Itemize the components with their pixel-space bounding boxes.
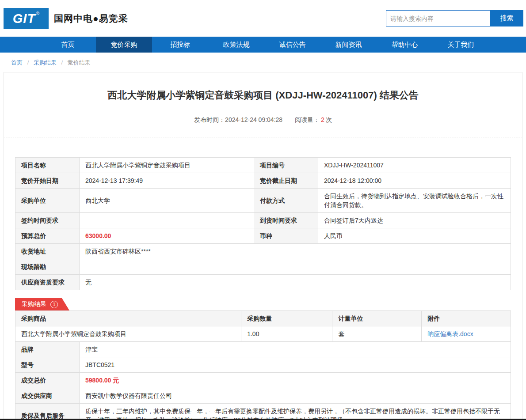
site-name: 国网中电●易竞采	[54, 12, 128, 25]
field-label: 供应商资质要求	[15, 275, 80, 290]
field-label: 付款方式	[254, 189, 318, 213]
search-button[interactable]: 搜索	[490, 10, 523, 26]
table-header-row: 采购商品 采购数量 计量单位 附件	[15, 311, 511, 326]
content-panel: 西北大学附属小学紫铜定音鼓采购项目 (XDJJ-HW-202411007) 结果…	[4, 72, 522, 420]
page-title: 西北大学附属小学紫铜定音鼓采购项目 (XDJJ-HW-202411007) 结果…	[17, 89, 509, 102]
breadcrumb-home[interactable]: 首页	[11, 59, 23, 66]
table-row: 品牌 津宝	[15, 342, 511, 357]
table-row: 竞价开始日期 2024-12-13 17:39:49 竞价截止日期 2024-1…	[15, 173, 511, 189]
field-value: 2024-12-18 12:00:00	[318, 173, 511, 189]
nav-item-integrity-notice[interactable]: 诚信公告	[264, 37, 320, 53]
field-label: 项目名称	[15, 158, 80, 173]
field-label: 采购单位	[15, 189, 80, 213]
column-header-quantity: 采购数量	[241, 311, 332, 326]
field-label: 现场踏勘	[15, 259, 80, 275]
field-label: 项目编号	[254, 158, 318, 173]
field-value: 合同签订后7天内送达	[318, 213, 511, 228]
product-name: 西北大学附属小学紫铜定音鼓采购项目	[15, 326, 241, 342]
breadcrumb: 首页 / 采购结果 / 竞价结果	[0, 53, 526, 72]
model-value: JBTC0521	[80, 357, 511, 373]
nav-item-about-us[interactable]: 关于我们	[433, 37, 489, 53]
nav-item-tender[interactable]: 招投标	[152, 37, 208, 53]
warranty-service: 质保十年，三年内维护，其中免费质保一年，一年后有需更换零配件及维护保养，费用另计…	[80, 404, 511, 420]
field-value: XDJJ-HW-202411007	[318, 158, 511, 173]
search-bar: 搜索	[386, 10, 523, 26]
nav-item-news[interactable]: 新闻资讯	[320, 37, 377, 53]
breadcrumb-current: 竞价结果	[68, 59, 91, 66]
field-value: 人民币	[318, 228, 511, 244]
main-nav: 首页 竞价采购 招投标 政策法规 诚信公告 新闻资讯 帮助中心 关于我们	[0, 37, 526, 53]
field-value: 西北大学	[80, 189, 254, 213]
result-badge-label: 采购结果	[22, 300, 46, 308]
field-label: 质保及售后服务	[15, 404, 80, 420]
product-unit: 套	[332, 326, 422, 342]
table-row: 成交供应商 西安凯中教学仪器有限责任公司	[15, 388, 511, 404]
field-value: 无	[80, 275, 511, 290]
views-label: 阅读量：	[295, 116, 320, 123]
field-value: 2024-12-13 17:39:49	[80, 173, 254, 189]
nav-item-policy[interactable]: 政策法规	[208, 37, 264, 53]
field-label: 币种	[254, 228, 318, 244]
table-row: 供应商资质要求 无	[15, 275, 511, 290]
field-label: 到货时间要求	[254, 213, 318, 228]
search-input[interactable]	[386, 10, 490, 26]
tab-purchase-result[interactable]: 采购结果 1	[15, 298, 69, 310]
purchase-result-section: 采购结果 1 采购商品 采购数量 计量单位 附件 西北大学附属小学紫铜定音鼓采购…	[15, 298, 511, 420]
site-logo[interactable]: GIT ® 国网中电●易竞采	[4, 8, 128, 29]
views-unit: 次	[326, 116, 332, 123]
result-count-badge: 1	[50, 301, 58, 308]
winning-supplier: 西安凯中教学仪器有限责任公司	[80, 388, 511, 404]
table-row: 现场踏勘	[15, 259, 511, 275]
table-row: 质保及售后服务 质保十年，三年内维护，其中免费质保一年，一年后有需更换零配件及维…	[15, 404, 511, 420]
column-header-unit: 计量单位	[332, 311, 422, 326]
views-count: 2	[321, 116, 324, 123]
result-goods-table: 采购商品 采购数量 计量单位 附件 西北大学附属小学紫铜定音鼓采购项目 1.00…	[15, 310, 511, 342]
publish-time-label: 发布时间：	[194, 116, 225, 123]
publish-time-value: 2024-12-24 09:04:28	[225, 116, 282, 123]
field-label: 预算总价	[15, 228, 80, 244]
table-row: 采购单位 西北大学 付款方式 合同生效后，待货物到达指定地点、安装调试验收合格后…	[15, 189, 511, 213]
field-label: 型号	[15, 357, 80, 373]
nav-item-bidding-purchase[interactable]: 竞价采购	[96, 37, 152, 53]
table-row: 项目名称 西北大学附属小学紫铜定音鼓采购项目 项目编号 XDJJ-HW-2024…	[15, 158, 511, 173]
registered-mark: ®	[36, 11, 39, 16]
field-label: 品牌	[15, 342, 80, 357]
table-row: 收货地址 陕西省西安市碑林区****	[15, 244, 511, 259]
dashed-divider	[4, 137, 522, 137]
result-detail-table: 品牌 津宝 型号 JBTC0521 成交总价 59800.00 元 成交供应商 …	[15, 341, 511, 420]
article-meta: 发布时间：2024-12-24 09:04:28阅读量：2次	[4, 116, 522, 124]
nav-item-home[interactable]: 首页	[40, 37, 96, 53]
table-row: 成交总价 59800.00 元	[15, 373, 511, 388]
table-row: 西北大学附属小学紫铜定音鼓采购项目 1.00 套 响应偏离表.docx	[15, 326, 511, 342]
column-header-attachment: 附件	[422, 311, 511, 326]
field-value	[80, 213, 254, 228]
field-label: 竞价截止日期	[254, 173, 318, 189]
table-row: 型号 JBTC0521	[15, 357, 511, 373]
field-label: 成交总价	[15, 373, 80, 388]
breadcrumb-separator: /	[27, 59, 29, 66]
field-value: 西北大学附属小学紫铜定音鼓采购项目	[80, 158, 254, 173]
field-label: 签约时间要求	[15, 213, 80, 228]
brand-value: 津宝	[80, 342, 511, 357]
field-label: 成交供应商	[15, 388, 80, 404]
logo-text: GIT	[13, 8, 35, 29]
field-label: 竞价开始日期	[15, 173, 80, 189]
deal-total-price: 59800.00 元	[80, 373, 511, 388]
field-value	[80, 259, 511, 275]
table-row: 预算总价 63000.00 币种 人民币	[15, 228, 511, 244]
breadcrumb-separator: /	[61, 59, 63, 66]
nav-item-help-center[interactable]: 帮助中心	[377, 37, 433, 53]
logo-git-icon: GIT ®	[4, 8, 49, 29]
project-info-table: 项目名称 西北大学附属小学紫铜定音鼓采购项目 项目编号 XDJJ-HW-2024…	[15, 157, 511, 290]
top-header: GIT ® 国网中电●易竞采 搜索	[0, 0, 526, 37]
field-value: 合同生效后，待货物到达指定地点、安装调试验收合格后，一次性付清合同货款。	[318, 189, 511, 213]
table-row: 签约时间要求 到货时间要求 合同签订后7天内送达	[15, 213, 511, 228]
field-label: 收货地址	[15, 244, 80, 259]
column-header-product: 采购商品	[15, 311, 241, 326]
product-quantity: 1.00	[241, 326, 332, 342]
field-value: 陕西省西安市碑林区****	[80, 244, 511, 259]
budget-total-value: 63000.00	[80, 228, 254, 244]
attachment-link[interactable]: 响应偏离表.docx	[427, 330, 473, 337]
breadcrumb-purchase-results[interactable]: 采购结果	[34, 59, 57, 66]
